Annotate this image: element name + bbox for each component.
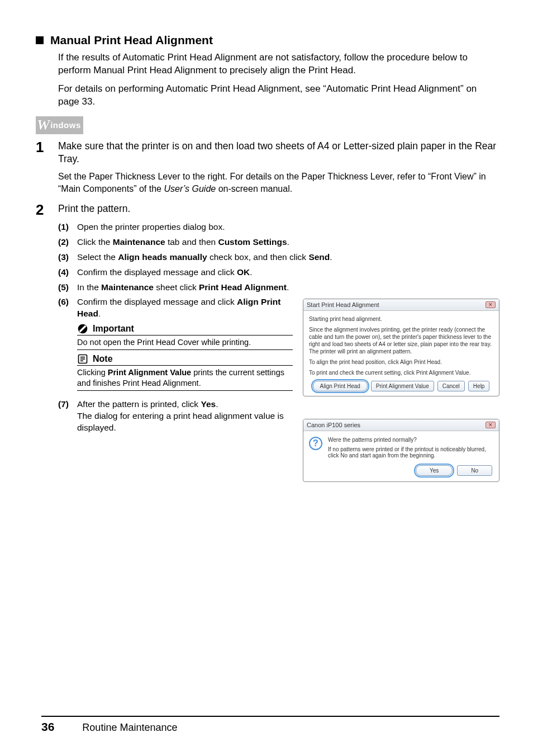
dialog2-p2: If no patterns were printed or if the pr… [328,446,492,459]
os-rest: indows [50,120,81,130]
help-button[interactable]: Help [468,381,490,391]
os-badge: W indows [36,116,83,134]
prohibit-icon [77,323,88,334]
align-print-head-button[interactable]: Align Print Head [313,381,368,391]
sub-3-num: (3) [58,252,77,263]
note-callout: Note Clicking Print Alignment Value prin… [77,353,293,391]
question-icon: ? [309,437,322,450]
page-footer: 36 Routine Maintenance [41,716,499,734]
sub-2-text: Click the Maintenance tab and then Custo… [77,237,499,248]
dialog1-p3: To align the print head position, click … [309,358,493,366]
dialog2-title: Canon iP100 series [307,422,360,428]
yes-button[interactable]: Yes [416,465,453,476]
sub-4-text: Confirm the displayed message and click … [77,267,499,278]
step-1-sub-b: on-screen manual. [216,184,292,193]
sub-6-num: (6) [58,296,77,320]
dialog1-p1: Starting print head alignment. [309,315,493,323]
step-1-sub: Set the Paper Thickness Lever to the rig… [58,171,499,195]
step-1-main: Make sure that the printer is on and the… [58,140,499,166]
close-icon[interactable]: ✕ [486,422,496,428]
close-icon[interactable]: ✕ [486,301,496,308]
intro-paragraph-1: If the results of Automatic Print Head A… [58,51,499,77]
important-callout: Important Do not open the Print Head Cov… [77,323,293,350]
dialog1-p4: To print and check the current setting, … [309,369,493,376]
sub-1-num: (1) [58,221,77,233]
intro-paragraph-2: For details on performing Automatic Prin… [58,83,499,108]
sub-2-num: (2) [58,237,77,248]
step-1: 1 Make sure that the printer is on and t… [36,140,499,195]
note-icon [77,353,88,365]
sub-3-text: Select the Align heads manually check bo… [77,252,499,263]
dialog-start-alignment: Start Print Head Alignment ✕ Starting pr… [303,299,499,396]
dialog1-p2: Since the alignment involves printing, g… [309,326,493,355]
sub-1-text: Open the printer properties dialog box. [77,221,499,233]
sub-7-text: After the pattern is printed, click Yes.… [77,399,293,434]
sub-5-text: In the Maintenance sheet click Print Hea… [77,282,499,294]
footer-label: Routine Maintenance [82,722,177,734]
important-title: Important [93,324,134,334]
section-title: Manual Print Head Alignment [50,34,213,47]
note-title: Note [93,354,113,364]
step-1-number: 1 [36,140,58,195]
dialog2-p1: Were the patterns printed normally? [328,437,492,443]
print-alignment-value-button[interactable]: Print Alignment Value [371,381,434,391]
sub-4-num: (4) [58,267,77,278]
section-heading-row: Manual Print Head Alignment [36,34,499,47]
dialog1-title: Start Print Head Alignment [307,301,379,308]
os-w-letter: W [37,117,50,134]
sub-7-num: (7) [58,399,77,434]
note-body: Clicking Print Alignment Value prints th… [77,367,293,391]
dialog-confirm-patterns: Canon iP100 series ✕ ? Were the patterns… [303,419,499,482]
cancel-button[interactable]: Cancel [437,381,465,391]
page-number: 36 [41,720,54,734]
step-2-number: 2 [36,202,58,482]
step-1-sub-i: User’s Guide [164,184,216,193]
no-button[interactable]: No [457,465,492,476]
sub-6-text: Confirm the displayed message and click … [77,296,293,320]
step-2: 2 Print the pattern. (1) Open the printe… [36,202,499,482]
square-bullet-icon [36,36,44,44]
step-2-main: Print the pattern. [58,202,499,216]
important-body: Do not open the Print Head Cover while p… [77,337,293,350]
sub-5-num: (5) [58,282,77,294]
step-2-sublist: (1) Open the printer properties dialog b… [58,221,499,483]
